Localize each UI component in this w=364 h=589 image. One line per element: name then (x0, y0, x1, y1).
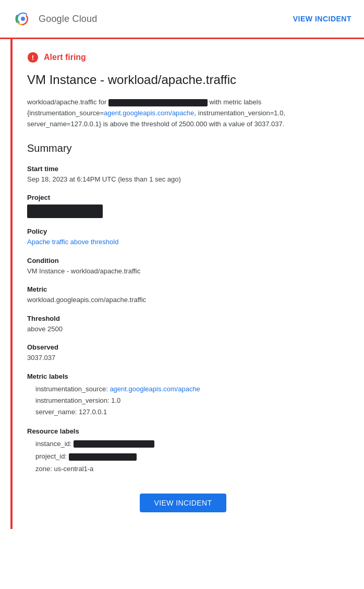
instrumentation-version-value: 1.0 (111, 396, 120, 404)
server-name-label: server_name: (35, 408, 77, 416)
instrumentation-version-label: instrumentation_version: (35, 396, 110, 404)
desc-prefix: workload/apache.traffic for (27, 98, 106, 106)
resource-labels-label: Resource labels (27, 427, 339, 435)
policy-label: Policy (27, 227, 339, 235)
condition-label: Condition (27, 257, 339, 265)
resource-labels-section: Resource labels instance_id: project_id:… (27, 427, 339, 475)
zone-value: us-central1-a (54, 465, 93, 473)
summary-heading: Summary (27, 142, 339, 154)
instrumentation-source-link[interactable]: agent.googleapis.com/apache (110, 385, 200, 393)
alert-card: ! Alert firing VM Instance - workload/ap… (10, 39, 354, 529)
observed-label: Observed (27, 343, 339, 351)
apache-link-desc[interactable]: agent.googleapis.com/apache (104, 109, 194, 117)
header: Google Cloud VIEW INCIDENT (0, 0, 364, 38)
condition-value: VM Instance - workload/apache.traffic (27, 266, 339, 277)
redacted-project-value (27, 205, 103, 218)
condition-row: Condition VM Instance - workload/apache.… (27, 257, 339, 277)
instance-id-row: instance_id: (35, 438, 339, 450)
project-id-row: project_id: (35, 451, 339, 462)
redacted-project-id (69, 453, 137, 461)
observed-value: 3037.037 (27, 353, 339, 363)
alert-firing-label: Alert firing (44, 53, 86, 62)
metric-labels-indent: instrumentation_source: agent.googleapis… (27, 383, 339, 418)
observed-row: Observed 3037.037 (27, 343, 339, 363)
policy-link[interactable]: Apache traffic above threshold (27, 238, 118, 246)
alert-error-icon: ! (27, 52, 39, 63)
policy-row: Policy Apache traffic above threshold (27, 227, 339, 247)
server-name-row: server_name: 127.0.0.1 (35, 406, 339, 418)
view-incident-header-link[interactable]: VIEW INCIDENT (293, 15, 351, 23)
instrumentation-source-row: instrumentation_source: agent.googleapis… (35, 383, 339, 395)
project-label: Project (27, 194, 339, 201)
metric-row: Metric workload.googleapis.com/apache.tr… (27, 285, 339, 305)
metric-label: Metric (27, 285, 339, 293)
metric-value: workload.googleapis.com/apache.traffic (27, 295, 339, 305)
alert-firing-row: ! Alert firing (27, 52, 339, 63)
view-incident-button[interactable]: VIEW INCIDENT (140, 494, 227, 512)
start-time-label: Start time (27, 165, 339, 173)
alert-title: VM Instance - workload/apache.traffic (27, 71, 339, 88)
zone-row: zone: us-central1-a (35, 463, 339, 475)
redacted-resource (108, 99, 208, 106)
zone-label: zone: (35, 465, 52, 473)
button-container: VIEW INCIDENT (27, 494, 339, 512)
instrumentation-version-row: instrumentation_version: 1.0 (35, 395, 339, 406)
metric-labels-label: Metric labels (27, 372, 339, 380)
logo-text: Google Cloud (39, 14, 97, 25)
google-cloud-logo-icon (13, 8, 33, 29)
instrumentation-source-label: instrumentation_source: (35, 385, 108, 393)
project-row: Project (27, 194, 339, 218)
threshold-label: Threshold (27, 315, 339, 322)
alert-description: workload/apache.traffic for with metric … (27, 97, 339, 129)
logo-container: Google Cloud (13, 8, 97, 29)
start-time-value: Sep 18, 2023 at 6:14PM UTC (less than 1 … (27, 174, 339, 185)
project-id-label: project_id: (35, 452, 67, 460)
redacted-instance-id (74, 440, 154, 448)
svg-point-0 (21, 17, 25, 21)
metric-labels-section: Metric labels instrumentation_source: ag… (27, 372, 339, 418)
threshold-value: above 2500 (27, 324, 339, 334)
policy-value: Apache traffic above threshold (27, 237, 339, 247)
instance-id-label: instance_id: (35, 440, 71, 448)
threshold-row: Threshold above 2500 (27, 315, 339, 334)
server-name-value: 127.0.0.1 (79, 408, 107, 416)
start-time-row: Start time Sep 18, 2023 at 6:14PM UTC (l… (27, 165, 339, 185)
resource-labels-indent: instance_id: project_id: zone: us-centra… (27, 438, 339, 475)
svg-text:!: ! (32, 54, 34, 62)
